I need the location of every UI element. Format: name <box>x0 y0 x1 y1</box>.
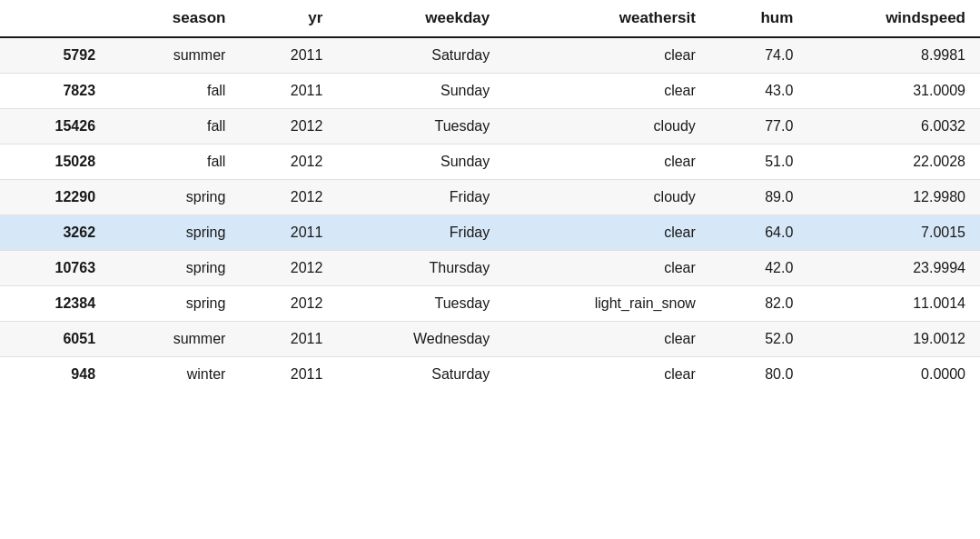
cell-season: spring <box>110 180 240 215</box>
cell-weekday: Sunday <box>337 74 504 109</box>
cell-windspeed: 22.0028 <box>807 145 980 180</box>
cell-windspeed: 7.0015 <box>807 215 980 251</box>
table-row: 15028fall2012Sundayclear51.022.0028 <box>0 145 980 180</box>
cell-yr: 2012 <box>240 286 337 322</box>
cell-weathersit: clear <box>504 357 710 393</box>
cell-hum: 52.0 <box>710 322 807 357</box>
col-header-windspeed: windspeed <box>807 0 980 37</box>
cell-weekday: Saturday <box>337 357 504 393</box>
cell-index: 948 <box>0 357 110 393</box>
cell-yr: 2011 <box>240 322 337 357</box>
table-container: season yr weekday weathersit hum windspe… <box>0 0 980 539</box>
cell-yr: 2011 <box>240 37 337 74</box>
cell-yr: 2012 <box>240 251 337 286</box>
cell-weathersit: clear <box>504 322 710 357</box>
col-header-yr: yr <box>240 0 337 37</box>
cell-season: spring <box>110 286 240 322</box>
cell-hum: 51.0 <box>710 145 807 180</box>
cell-index: 3262 <box>0 215 110 251</box>
cell-weekday: Tuesday <box>337 109 504 145</box>
cell-season: winter <box>110 357 240 393</box>
cell-windspeed: 11.0014 <box>807 286 980 322</box>
table-row: 12290spring2012Fridaycloudy89.012.9980 <box>0 180 980 215</box>
cell-weathersit: clear <box>504 215 710 251</box>
cell-weathersit: cloudy <box>504 109 710 145</box>
cell-windspeed: 23.9994 <box>807 251 980 286</box>
cell-index: 7823 <box>0 74 110 109</box>
col-header-hum: hum <box>710 0 807 37</box>
col-header-season: season <box>110 0 240 37</box>
table-row: 10763spring2012Thursdayclear42.023.9994 <box>0 251 980 286</box>
cell-weekday: Tuesday <box>337 286 504 322</box>
cell-index: 5792 <box>0 37 110 74</box>
cell-weathersit: clear <box>504 37 710 74</box>
data-table: season yr weekday weathersit hum windspe… <box>0 0 980 392</box>
cell-hum: 77.0 <box>710 109 807 145</box>
col-header-weathersit: weathersit <box>504 0 710 37</box>
cell-windspeed: 6.0032 <box>807 109 980 145</box>
cell-windspeed: 19.0012 <box>807 322 980 357</box>
cell-hum: 74.0 <box>710 37 807 74</box>
col-header-weekday: weekday <box>337 0 504 37</box>
cell-weekday: Friday <box>337 215 504 251</box>
table-row: 12384spring2012Tuesdaylight_rain_snow82.… <box>0 286 980 322</box>
cell-hum: 43.0 <box>710 74 807 109</box>
cell-weathersit: light_rain_snow <box>504 286 710 322</box>
cell-yr: 2011 <box>240 215 337 251</box>
cell-windspeed: 12.9980 <box>807 180 980 215</box>
table-row: 3262spring2011Fridayclear64.07.0015 <box>0 215 980 251</box>
cell-weekday: Wednesday <box>337 322 504 357</box>
table-row: 15426fall2012Tuesdaycloudy77.06.0032 <box>0 109 980 145</box>
cell-hum: 42.0 <box>710 251 807 286</box>
table-row: 7823fall2011Sundayclear43.031.0009 <box>0 74 980 109</box>
cell-weekday: Friday <box>337 180 504 215</box>
cell-weathersit: clear <box>504 145 710 180</box>
cell-hum: 80.0 <box>710 357 807 393</box>
table-header-row: season yr weekday weathersit hum windspe… <box>0 0 980 37</box>
cell-yr: 2011 <box>240 357 337 393</box>
cell-season: summer <box>110 37 240 74</box>
table-row: 948winter2011Saturdayclear80.00.0000 <box>0 357 980 393</box>
cell-yr: 2012 <box>240 145 337 180</box>
cell-season: fall <box>110 145 240 180</box>
cell-season: fall <box>110 109 240 145</box>
cell-hum: 64.0 <box>710 215 807 251</box>
cell-index: 10763 <box>0 251 110 286</box>
cell-windspeed: 8.9981 <box>807 37 980 74</box>
cell-season: spring <box>110 215 240 251</box>
cell-index: 12384 <box>0 286 110 322</box>
cell-weekday: Saturday <box>337 37 504 74</box>
cell-season: fall <box>110 74 240 109</box>
cell-season: summer <box>110 322 240 357</box>
table-row: 5792summer2011Saturdayclear74.08.9981 <box>0 37 980 74</box>
cell-hum: 82.0 <box>710 286 807 322</box>
cell-yr: 2012 <box>240 109 337 145</box>
cell-hum: 89.0 <box>710 180 807 215</box>
cell-yr: 2011 <box>240 74 337 109</box>
cell-season: spring <box>110 251 240 286</box>
cell-index: 6051 <box>0 322 110 357</box>
cell-index: 15028 <box>0 145 110 180</box>
cell-yr: 2012 <box>240 180 337 215</box>
cell-index: 12290 <box>0 180 110 215</box>
cell-windspeed: 31.0009 <box>807 74 980 109</box>
cell-weathersit: cloudy <box>504 180 710 215</box>
table-row: 6051summer2011Wednesdayclear52.019.0012 <box>0 322 980 357</box>
cell-index: 15426 <box>0 109 110 145</box>
cell-weekday: Thursday <box>337 251 504 286</box>
cell-weathersit: clear <box>504 251 710 286</box>
cell-weathersit: clear <box>504 74 710 109</box>
cell-weekday: Sunday <box>337 145 504 180</box>
col-header-index <box>0 0 110 37</box>
cell-windspeed: 0.0000 <box>807 357 980 393</box>
